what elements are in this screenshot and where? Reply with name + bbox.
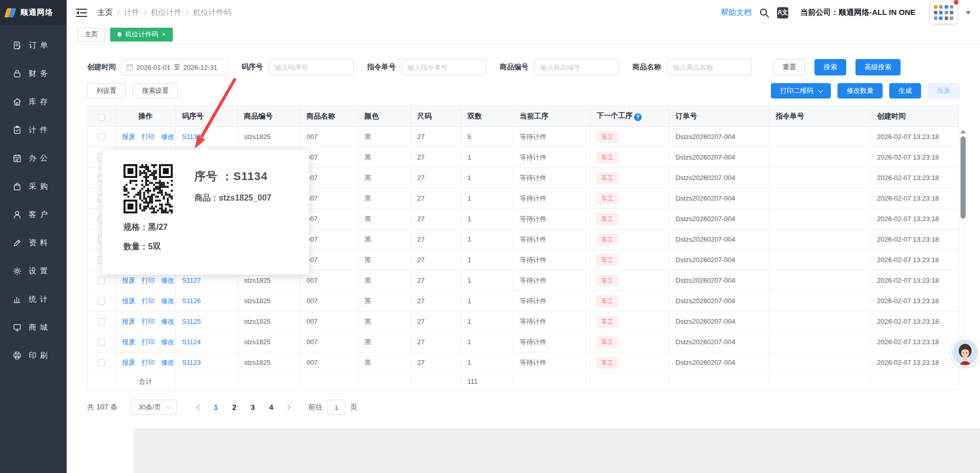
page-number-4[interactable]: 4 (263, 400, 279, 415)
filter-input-码序号[interactable] (269, 59, 354, 75)
action-link-打印[interactable]: 打印 (141, 317, 155, 326)
date-to-value[interactable]: 2026-12-31 (183, 64, 218, 71)
action-link-修改[interactable]: 修改 (161, 297, 174, 306)
scrollbar-up-icon[interactable] (961, 130, 966, 133)
action-link-报废[interactable]: 报废 (122, 358, 135, 367)
search-settings-button[interactable]: 搜索设置 (133, 83, 178, 98)
sidebar-item-piecework-clipboard[interactable]: 计件 (0, 116, 67, 144)
action-link-修改[interactable]: 修改 (161, 317, 174, 326)
row-next-step-cell: 车工 (590, 332, 669, 352)
page-number-1[interactable]: 1 (208, 400, 223, 415)
modify-quantity-button[interactable]: 修改数量 (838, 83, 883, 98)
print-qr-button[interactable]: 打印二维码 (771, 83, 831, 98)
serial-link[interactable]: S1123 (182, 359, 201, 366)
date-range-picker[interactable]: 2026-01-01 至 2026-12-31 (121, 59, 228, 75)
row-instruction-no-cell (769, 311, 871, 332)
sidebar-item-inventory-home[interactable]: 库存 (0, 88, 67, 116)
breadcrumb-item[interactable]: 主页 (97, 8, 113, 17)
table-scrollbar[interactable] (959, 128, 967, 365)
tab-bar: 主页机位计件码× (67, 25, 980, 44)
action-link-报废[interactable]: 报废 (122, 132, 135, 142)
sidebar-item-purchase-bag[interactable]: 采购 (0, 172, 67, 201)
serial-link[interactable]: S1134 (182, 133, 201, 141)
serial-link[interactable]: S1126 (182, 297, 201, 305)
avatar[interactable] (952, 340, 978, 365)
collapse-sidebar-icon[interactable] (76, 8, 87, 18)
row-checkbox[interactable] (98, 277, 105, 284)
row-checkbox[interactable] (98, 133, 105, 141)
action-link-修改[interactable]: 修改 (161, 276, 174, 285)
caret-down-icon[interactable] (966, 11, 971, 14)
search-button[interactable]: 搜索 (814, 59, 846, 75)
action-link-打印[interactable]: 打印 (141, 297, 155, 306)
close-tab-icon[interactable]: × (162, 31, 166, 38)
action-link-报废[interactable]: 报废 (122, 297, 135, 306)
help-doc-link[interactable]: 帮助文档 (721, 8, 751, 17)
data-pencil-icon (12, 238, 22, 248)
serial-link[interactable]: S1127 (182, 277, 201, 284)
select-all-checkbox[interactable] (98, 113, 105, 121)
sidebar-item-office-calendar[interactable]: 办公 (0, 144, 67, 172)
help-icon[interactable]: ? (634, 113, 642, 121)
action-link-报废[interactable]: 报废 (122, 338, 135, 347)
sidebar-item-stats-chart[interactable]: 统计 (0, 285, 67, 313)
tab-主页[interactable]: 主页 (77, 28, 105, 42)
sidebar-item-customer-user[interactable]: 客户 (0, 201, 67, 229)
sidebar-item-mall-monitor[interactable]: 商城 (0, 313, 67, 342)
action-link-报废[interactable]: 报废 (122, 317, 135, 326)
tab-机位计件码[interactable]: 机位计件码× (110, 28, 173, 42)
sidebar-item-label: 采购 (29, 182, 51, 191)
serial-link[interactable]: S1124 (182, 338, 201, 346)
next-step-tag: 车工 (597, 213, 618, 225)
action-link-打印[interactable]: 打印 (141, 132, 155, 142)
column-settings-button[interactable]: 列设置 (87, 83, 126, 98)
page-size-select[interactable]: 30条/页 (131, 400, 177, 415)
quick-apps-icon[interactable] (930, 2, 957, 24)
sidebar-item-order[interactable]: 订单 (0, 31, 67, 60)
action-link-打印[interactable]: 打印 (141, 358, 155, 367)
date-from-value[interactable]: 2026-01-01 (136, 64, 171, 71)
popover-body: 规格：黑/27 数量：5双 序号 ：S1134 商品：stzs1825_007 (116, 164, 295, 252)
row-instruction-no-cell (769, 291, 871, 311)
breadcrumb-separator: / (144, 8, 146, 17)
column-header-订单号: 订单号 (669, 106, 769, 127)
row-order-no-cell: Dstzs20260207-004 (669, 270, 769, 291)
page-number-2[interactable]: 2 (227, 400, 242, 415)
advanced-search-button[interactable]: 高级搜索 (855, 59, 901, 75)
page-number-3[interactable]: 3 (245, 400, 260, 415)
sidebar-item-data-pencil[interactable]: 资料 (0, 229, 67, 257)
filter-input-商品名称[interactable] (667, 59, 752, 75)
scrap-button[interactable]: 报废 (928, 83, 959, 98)
row-checkbox[interactable] (98, 339, 105, 346)
serial-link[interactable]: S1125 (182, 318, 201, 325)
breadcrumb-item[interactable]: 计件 (124, 8, 139, 17)
action-link-报废[interactable]: 报废 (122, 276, 135, 285)
breadcrumb-item[interactable]: 机位计件码 (193, 8, 232, 17)
action-link-打印[interactable]: 打印 (141, 338, 155, 347)
brand-logo[interactable]: 顺通网络 (0, 0, 67, 25)
action-link-打印[interactable]: 打印 (141, 276, 155, 285)
action-link-修改[interactable]: 修改 (161, 132, 174, 142)
row-checkbox[interactable] (98, 318, 105, 325)
goto-page-input[interactable] (327, 400, 345, 415)
filter-input-指令单号[interactable] (401, 59, 486, 75)
prev-page-button[interactable] (192, 400, 207, 415)
scrollbar-thumb[interactable] (961, 136, 966, 219)
action-link-修改[interactable]: 修改 (161, 338, 174, 347)
sidebar-item-print-printer[interactable]: 印刷 (0, 342, 67, 370)
breadcrumb-item[interactable]: 机位计件 (151, 8, 181, 17)
row-pairs-cell: 1 (461, 291, 514, 311)
row-checkbox[interactable] (98, 298, 105, 305)
action-link-修改[interactable]: 修改 (161, 358, 174, 367)
sidebar-item-finance-lock[interactable]: 财务 (0, 60, 67, 88)
search-icon[interactable] (759, 8, 769, 18)
generate-button[interactable]: 生成 (889, 83, 921, 98)
sidebar-item-label: 财务 (29, 69, 51, 78)
sidebar-item-settings-gear[interactable]: 设置 (0, 257, 67, 285)
row-checkbox[interactable] (98, 359, 105, 366)
next-page-button[interactable] (280, 400, 295, 415)
language-icon[interactable]: A文 (777, 7, 788, 18)
column-header-下一个工序: 下一个工序? (590, 106, 669, 127)
filter-input-商品编号[interactable] (534, 59, 619, 75)
reset-button[interactable]: 重置 (773, 59, 805, 75)
